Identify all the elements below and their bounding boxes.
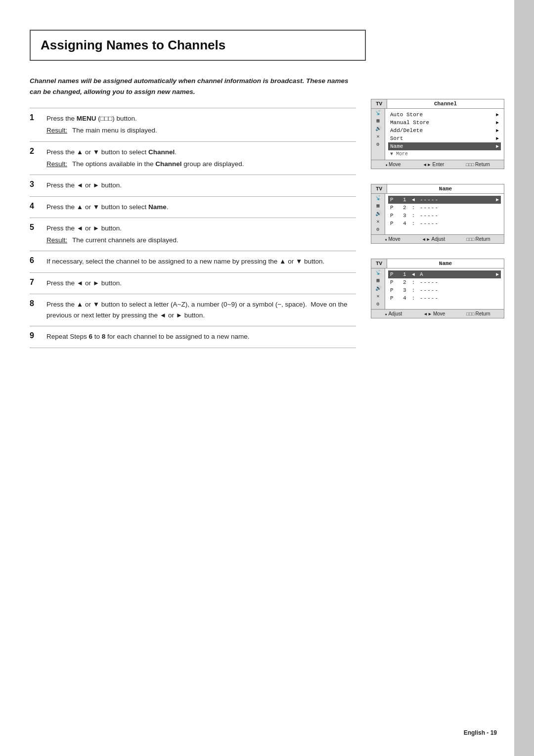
footer-move-label: Move [388, 236, 400, 242]
menu-item-label: Manual Store [390, 120, 429, 126]
channel-name: ----- [420, 287, 499, 293]
channel-name: ----- [420, 221, 499, 226]
return-icon: □□□ [466, 162, 474, 167]
channel-num: 2 [403, 205, 410, 211]
adjust-icon: ◄► [422, 237, 431, 242]
name-keyword: Name [148, 203, 167, 211]
channel-label: P [390, 213, 401, 219]
tv-sound-icon: 🔊 [375, 286, 381, 291]
footer-adjust-label: Adjust [432, 236, 445, 242]
channel-row: P 2 : ----- [388, 278, 501, 286]
channel-row: P 4 : ----- [388, 294, 501, 302]
tv-grid-icon: ▦ [376, 204, 379, 209]
channel-colon: : [412, 296, 418, 301]
table-row: 6 If necessary, select the channel to be… [30, 251, 356, 272]
table-row: 5 Press the ◄ or ► button. Result: The c… [30, 218, 356, 251]
channel-name: ----- [420, 197, 494, 203]
tv-panel-content: P 1 ◄ A ► P 2 : ----- P 3 [385, 268, 504, 309]
channel-right-arrow: ► [496, 272, 499, 277]
tv-panel-content: Auto Store ► Manual Store ► Add/Delete ►… [385, 109, 504, 160]
tv-panel-name-1: TV Name 📡 ▦ 🔊 ✕ ⚙ P 1 ◄ ----- [371, 184, 504, 244]
step-content: Press the ▲ or ▼ button to select a lett… [44, 294, 356, 326]
channel-row: P 2 : ----- [388, 204, 501, 212]
channel-colon: : [412, 213, 418, 219]
channel-name: ----- [420, 205, 499, 211]
step-content: Press the ▲ or ▼ button to select Channe… [44, 141, 356, 175]
steps-table: 1 Press the MENU (□□□) button. Result: T… [30, 108, 356, 348]
tv-label: TV [371, 184, 387, 193]
move-icon: ◄► [423, 311, 432, 316]
step-number: 8 [30, 294, 44, 326]
panel-title: Channel [387, 99, 504, 108]
result-text: The current channels are displayed. [72, 235, 178, 246]
tv-panel-icons: 📡 ▦ 🔊 ✕ ⚙ [371, 268, 385, 309]
tv-panel-body: 📡 ▦ 🔊 ✕ ⚙ P 1 ◄ A ► P 2 [371, 268, 504, 309]
panel-title: Name [387, 184, 504, 193]
channel-colon: : [412, 221, 418, 226]
tv-panel-footer: ⬧ Adjust ◄► Move □□□ Return [371, 309, 504, 318]
step-number: 6 [30, 251, 44, 272]
menu-item-label: Auto Store [390, 112, 423, 118]
channel-label: P [390, 295, 401, 301]
tv-panels: TV Channel 📡 ▦ 🔊 ✕ ⚙ Auto Store ► [371, 99, 504, 318]
arrow-icon: ► [496, 128, 499, 133]
channel-name: A [420, 271, 494, 277]
channel-label: P [390, 271, 401, 277]
tv-antenna-icon: 📡 [375, 270, 381, 275]
footer-adjust: ⬧ Adjust [385, 311, 402, 316]
enter-icon: ◄► [423, 162, 432, 167]
footer-enter-label: Enter [433, 162, 445, 167]
tv-panel-content: P 1 ◄ ----- ► P 2 : ----- P 3 [385, 194, 504, 234]
footer-move: ⬧ Move [385, 162, 400, 167]
return-icon: □□□ [466, 311, 474, 316]
footer-adjust-label: Adjust [388, 311, 402, 316]
result-label: Result: [46, 235, 67, 246]
channel-num: 1 [403, 271, 410, 277]
channel-left-arrow: ◄ [412, 197, 418, 203]
channel-row: P 3 : ----- [388, 212, 501, 220]
result-label: Result: [46, 125, 67, 136]
tv-panel-icons: 📡 ▦ 🔊 ✕ ⚙ [371, 194, 385, 234]
page-number: English - 19 [464, 729, 497, 736]
footer-return: □□□ Return [466, 236, 490, 242]
table-row: 3 Press the ◄ or ► button. [30, 175, 356, 196]
tv-grid-icon: ▦ [376, 278, 379, 283]
footer-move: ◄► Move [423, 311, 445, 316]
page-title: Assigning Names to Channels [41, 38, 355, 53]
tv-settings-icon: ⚙ [376, 302, 379, 307]
channel-left-arrow: ◄ [412, 272, 418, 277]
channel-row: P 4 : ----- [388, 220, 501, 227]
channel-num: 2 [403, 279, 410, 285]
right-bar-decoration [514, 0, 534, 756]
table-row: 4 Press the ▲ or ▼ button to select Name… [30, 196, 356, 218]
tv-panel-header: TV Name [371, 259, 504, 268]
step-number: 9 [30, 326, 44, 348]
step-content: If necessary, select the channel to be a… [44, 251, 356, 272]
menu-item-manual-store: Manual Store ► [388, 119, 501, 127]
move-icon: ⬧ [385, 162, 388, 167]
step-content: Press the ◄ or ► button. Result: The cur… [44, 218, 356, 251]
tv-panel-icons: 📡 ▦ 🔊 ✕ ⚙ [371, 109, 385, 160]
intro-text: Channel names will be assigned automatic… [30, 76, 356, 97]
step-number: 4 [30, 196, 44, 218]
step-content: Press the MENU (□□□) button. Result: The… [44, 108, 356, 142]
tv-label: TV [371, 99, 387, 108]
footer-return-label: Return [475, 162, 490, 167]
menu-item-label: Add/Delete [390, 128, 423, 133]
menu-item-add-delete: Add/Delete ► [388, 127, 501, 134]
channel-num: 1 [403, 197, 410, 203]
tv-settings-icon: ⚙ [376, 227, 379, 232]
move-icon: ⬧ [385, 237, 387, 242]
more-text: ▼ More [388, 150, 501, 158]
tv-panel-channel: TV Channel 📡 ▦ 🔊 ✕ ⚙ Auto Store ► [371, 99, 504, 169]
channel-row: P 1 ◄ A ► [388, 270, 501, 278]
menu-item-auto-store: Auto Store ► [388, 111, 501, 119]
table-row: 8 Press the ▲ or ▼ button to select a le… [30, 294, 356, 326]
arrow-icon: ► [496, 120, 499, 126]
footer-return-label: Return [476, 236, 490, 242]
arrow-icon: ► [496, 144, 499, 149]
table-row: 2 Press the ▲ or ▼ button to select Chan… [30, 141, 356, 175]
step-content: Press the ◄ or ► button. [44, 175, 356, 196]
footer-return: □□□ Return [466, 311, 490, 316]
footer-move: ⬧ Move [385, 236, 400, 242]
